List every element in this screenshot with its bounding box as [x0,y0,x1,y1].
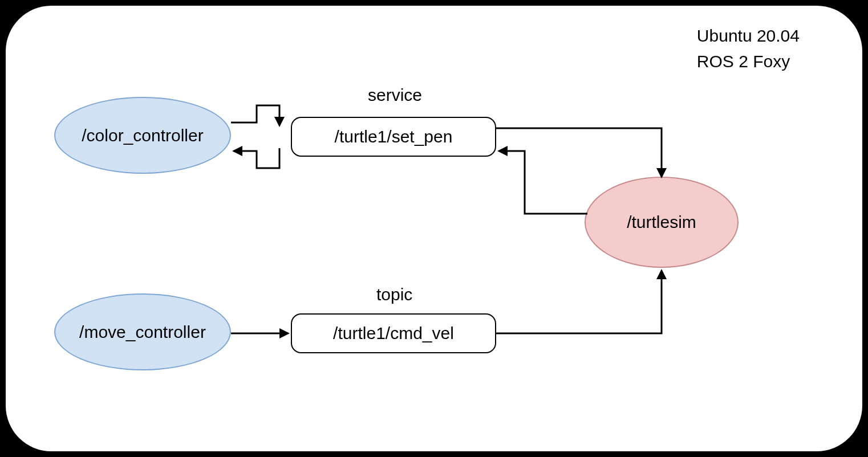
node-move-controller-label: /move_controller [79,323,206,342]
node-turtlesim: /turtlesim [585,177,739,268]
os-version: Ubuntu 20.04 [697,23,800,48]
system-info: Ubuntu 20.04 ROS 2 Foxy [697,23,800,74]
node-color-controller-label: /color_controller [82,126,203,145]
diagram-container: Ubuntu 20.04 ROS 2 Foxy /color_controlle… [6,6,862,451]
node-color-controller: /color_controller [54,97,231,174]
service-set-pen-label: /turtle1/set_pen [335,127,453,146]
topic-cmd-vel: /turtle1/cmd_vel [291,313,496,353]
ros-version: ROS 2 Foxy [697,48,800,74]
service-label: service [368,85,422,105]
service-set-pen: /turtle1/set_pen [291,117,496,157]
topic-label: topic [376,285,412,304]
node-move-controller: /move_controller [54,293,231,370]
topic-cmd-vel-label: /turtle1/cmd_vel [333,324,454,343]
node-turtlesim-label: /turtlesim [627,213,696,232]
